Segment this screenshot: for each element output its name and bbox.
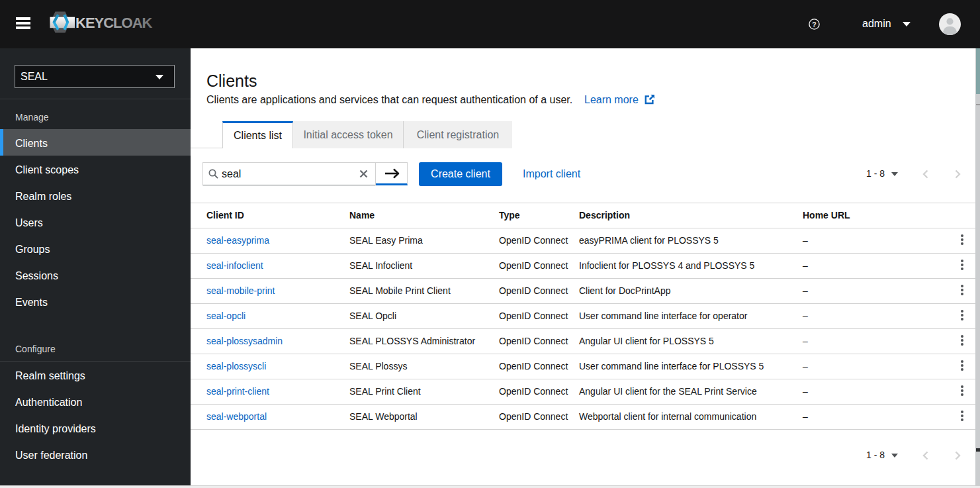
svg-text:KEYCLOAK: KEYCLOAK xyxy=(75,15,153,31)
svg-text:?: ? xyxy=(812,21,816,28)
